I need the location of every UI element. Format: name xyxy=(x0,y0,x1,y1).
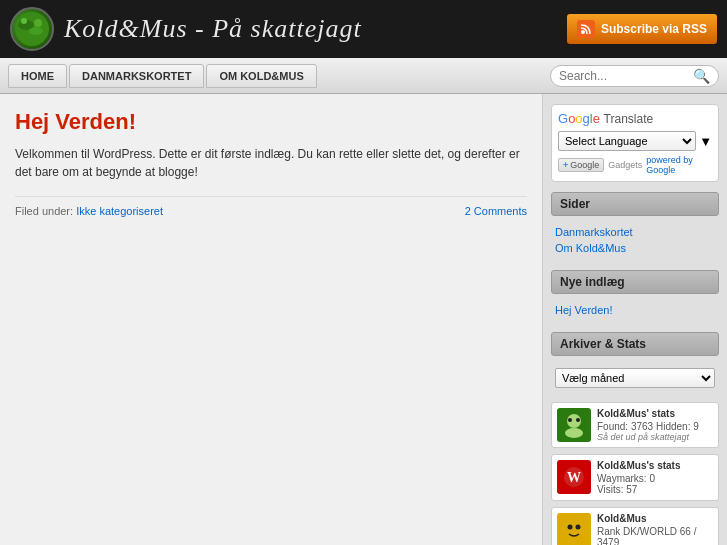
post-body: Velkommen til WordPress. Dette er dit fø… xyxy=(15,145,527,181)
svg-point-12 xyxy=(561,517,587,543)
translate-label: Translate xyxy=(604,112,654,126)
post-title: Hej Verden! xyxy=(15,109,527,135)
translate-language-select[interactable]: Select Language xyxy=(558,131,696,151)
nye-indlaeg-content: Hej Verden! xyxy=(551,298,719,322)
svg-point-9 xyxy=(576,418,580,422)
google-g: G xyxy=(558,111,568,126)
google-btn-label: Google xyxy=(570,160,599,170)
arkiver-title: Arkiver & Stats xyxy=(551,332,719,356)
stat-title-2: Kold&Mus's stats xyxy=(597,460,713,471)
nav-item-danmarkskortet[interactable]: DANMARKSKORTET xyxy=(69,64,204,88)
nav-item-home[interactable]: HOME xyxy=(8,64,67,88)
svg-point-8 xyxy=(568,418,572,422)
powered-by-google: powered by Google xyxy=(646,155,712,175)
stat-icon-1 xyxy=(557,408,591,442)
sider-link-danmarkskortet[interactable]: Danmarkskortet xyxy=(555,224,715,240)
sider-link-om[interactable]: Om Kold&Mus xyxy=(555,240,715,256)
navigation-bar: HOME DANMARKSKORTET OM KOLD&MUS 🔍 xyxy=(0,58,727,94)
stat-icon-2: W xyxy=(557,460,591,494)
translate-header: Google Translate xyxy=(558,111,712,126)
post-meta: Filed under: Ikke kategoriseret 2 Commen… xyxy=(15,196,527,217)
header-left: Kold&Mus - På skattejagt xyxy=(10,7,362,51)
stat-badge-2: W Kold&Mus's stats Waymarks: 0 Visits: 5… xyxy=(551,454,719,501)
google-translate-widget: Google Translate Select Language ▼ + Goo… xyxy=(551,104,719,182)
site-title: Kold&Mus - På skattejagt xyxy=(64,14,362,44)
comments-link[interactable]: 2 Comments xyxy=(465,205,527,217)
nav-links: HOME DANMARKSKORTET OM KOLD&MUS xyxy=(8,64,317,88)
rss-subscribe-button[interactable]: Subscribe via RSS xyxy=(567,14,717,44)
svg-text:W: W xyxy=(567,470,581,485)
site-logo xyxy=(10,7,54,51)
stat-title-1: Kold&Mus' stats xyxy=(597,408,713,419)
svg-point-14 xyxy=(576,525,581,530)
translate-footer: + Google Gadgets powered by Google xyxy=(558,155,712,175)
stat-row1-2: Waymarks: 0 xyxy=(597,473,713,484)
stat-row2-1: Så det ud på skattejagt xyxy=(597,432,713,442)
stat-text-3: Kold&Mus Rank DK/WORLD 66 / 3479 Caches … xyxy=(597,513,713,545)
svg-point-2 xyxy=(29,27,43,35)
nye-indlaeg-link-1[interactable]: Hej Verden! xyxy=(555,302,715,318)
stat-text-1: Kold&Mus' stats Found: 3763 Hidden: 9 Så… xyxy=(597,408,713,442)
search-box: 🔍 xyxy=(550,65,719,87)
nav-item-om[interactable]: OM KOLD&MUS xyxy=(206,64,316,88)
post-category-link[interactable]: Ikke kategoriseret xyxy=(76,205,163,217)
svg-point-3 xyxy=(21,18,27,24)
archives-select[interactable]: Vælg måned xyxy=(555,368,715,388)
stat-text-2: Kold&Mus's stats Waymarks: 0 Visits: 57 xyxy=(597,460,713,495)
svg-point-13 xyxy=(568,525,573,530)
nye-indlaeg-title: Nye indlæg xyxy=(551,270,719,294)
gadgets-label: Gadgets xyxy=(608,160,642,170)
search-icon[interactable]: 🔍 xyxy=(693,68,710,84)
svg-point-7 xyxy=(565,428,583,438)
stat-badge-1: Kold&Mus' stats Found: 3763 Hidden: 9 Så… xyxy=(551,402,719,448)
nye-indlaeg-widget: Nye indlæg Hej Verden! xyxy=(551,270,719,322)
stat-row1-3: Rank DK/WORLD 66 / 3479 xyxy=(597,526,713,545)
header: Kold&Mus - På skattejagt Subscribe via R… xyxy=(0,0,727,58)
arkiver-content: Vælg måned xyxy=(551,360,719,392)
arkiver-widget: Arkiver & Stats Vælg måned xyxy=(551,332,719,392)
main-content: Hej Verden! Velkommen til WordPress. Det… xyxy=(0,94,542,545)
stat-icon-3 xyxy=(557,513,591,545)
rss-button-label: Subscribe via RSS xyxy=(601,22,707,36)
google-g2: g xyxy=(583,111,590,126)
filed-under-label: Filed under: Ikke kategoriseret xyxy=(15,205,163,217)
google-plus-icon: + xyxy=(563,160,568,170)
search-input[interactable] xyxy=(559,69,689,83)
google-e: e xyxy=(593,111,600,126)
stat-title-3: Kold&Mus xyxy=(597,513,713,524)
svg-point-5 xyxy=(581,30,585,34)
google-o2: o xyxy=(575,111,582,126)
stat-row2-2: Visits: 57 xyxy=(597,484,713,495)
google-button[interactable]: + Google xyxy=(558,158,604,172)
stat-row1-1: Found: 3763 Hidden: 9 xyxy=(597,421,713,432)
stat-badge-3: Kold&Mus Rank DK/WORLD 66 / 3479 Caches … xyxy=(551,507,719,545)
sider-content: Danmarkskortet Om Kold&Mus xyxy=(551,220,719,260)
translate-dropdown-icon: ▼ xyxy=(699,134,712,149)
content-area: Hej Verden! Velkommen til WordPress. Det… xyxy=(0,94,727,545)
sider-widget: Sider Danmarkskortet Om Kold&Mus xyxy=(551,192,719,260)
translate-select-wrap: Select Language ▼ xyxy=(558,131,712,151)
sidebar: Google Translate Select Language ▼ + Goo… xyxy=(542,94,727,545)
svg-point-4 xyxy=(34,19,42,27)
rss-icon xyxy=(577,20,595,38)
sider-title: Sider xyxy=(551,192,719,216)
